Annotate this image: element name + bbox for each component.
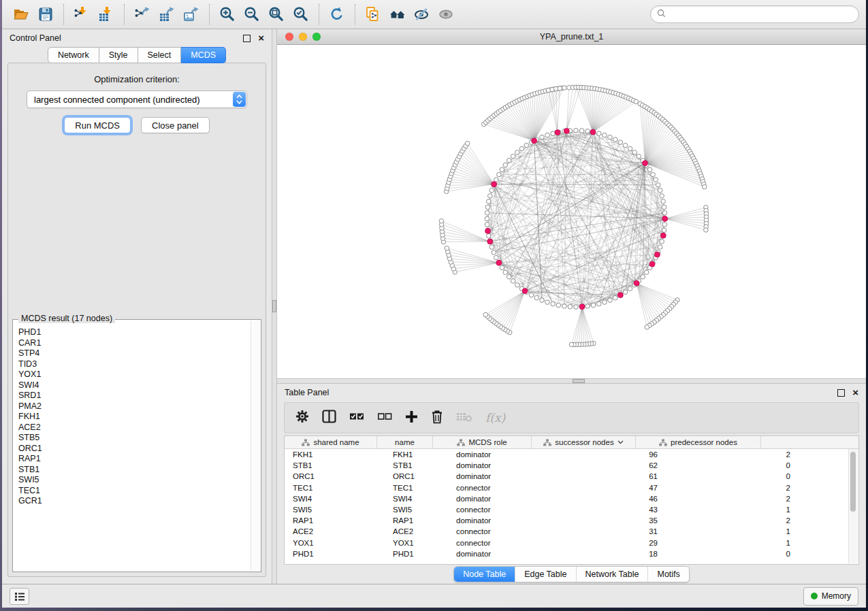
tab-style[interactable]: Style [99, 47, 138, 63]
table-row[interactable]: SWI5SWI5connector431 [285, 504, 858, 515]
window-minimize-button[interactable] [299, 33, 307, 41]
vertical-splitter[interactable] [272, 29, 277, 584]
control-panel: Control Panel × NetworkStyleSelectMCDS O… [2, 29, 272, 584]
mcds-result-item[interactable]: TEC1 [18, 486, 251, 497]
table-toolbar-plus-button[interactable] [405, 410, 418, 426]
table-row[interactable]: SWI4SWI4dominator462 [285, 493, 858, 504]
toolbar-floppy-save-button[interactable] [33, 3, 58, 26]
toolbar-export-table-button[interactable] [155, 3, 179, 26]
run-mcds-button[interactable]: Run MCDS [64, 117, 131, 133]
toolbar-export-network-button[interactable] [130, 3, 155, 26]
table-toolbar-checkboxes-checked-button[interactable] [349, 412, 364, 424]
tab-motifs[interactable]: Motifs [647, 567, 688, 582]
column-header-successor-nodes[interactable]: successor nodes [532, 436, 636, 448]
mcds-tab-content: Optimization criterion: largest connecte… [7, 63, 266, 577]
table-toolbar-column-split-button[interactable] [322, 410, 336, 426]
window-zoom-button[interactable] [312, 33, 321, 41]
mcds-result-item[interactable]: SRD1 [18, 391, 251, 401]
tab-edge-table[interactable]: Edge Table [515, 567, 575, 582]
cell-name: SWI5 [385, 506, 448, 514]
column-header-predecessor-nodes[interactable]: predecessor nodes [636, 436, 761, 448]
toolbar-zoom-selected-button[interactable] [289, 3, 313, 26]
mcds-result-item[interactable]: STP4 [18, 348, 251, 359]
toolbar-zoom-fit-button[interactable] [264, 3, 289, 26]
table-row[interactable]: YOX1YOX1connector291 [285, 538, 858, 548]
toolbar-refresh-layout-button[interactable] [325, 3, 349, 26]
task-history-button[interactable] [10, 588, 29, 605]
mcds-result-box: MCDS result (17 nodes) PHD1CAR1STP4TID3Y… [12, 319, 261, 572]
toolbar-import-network-button[interactable] [69, 3, 94, 26]
toolbar-double-house-button[interactable] [385, 3, 410, 26]
close-panel-icon[interactable]: × [258, 35, 264, 42]
toolbar-export-image-button[interactable] [179, 3, 204, 26]
tab-mcds[interactable]: MCDS [181, 47, 226, 63]
mcds-result-item[interactable]: SWI5 [18, 475, 251, 486]
mcds-result-list: PHD1CAR1STP4TID3YOX1SWI4SRD1PMA2FKH1ACE2… [14, 323, 251, 571]
column-label: MCDS role [468, 438, 507, 446]
float-panel-icon[interactable] [243, 35, 251, 42]
toolbar-zoom-in-button[interactable] [215, 3, 240, 26]
optimization-criterion-select[interactable]: largest connected component (undirected) [27, 90, 247, 108]
mcds-result-item[interactable]: STB5 [18, 433, 251, 444]
column-header-MCDS-role[interactable]: MCDS role [433, 436, 532, 448]
tab-network-table[interactable]: Network Table [576, 567, 648, 582]
network-canvas[interactable] [277, 45, 866, 378]
toolbar-copy-network-button[interactable] [361, 3, 385, 26]
mcds-result-item[interactable]: STB1 [18, 465, 251, 476]
table-toolbar-checkboxes-unchecked-button[interactable] [377, 412, 392, 424]
table-row[interactable]: ORC1ORC1dominator610 [285, 471, 858, 482]
table-toolbar-trash-button[interactable] [431, 410, 443, 427]
network-graph[interactable] [277, 45, 866, 378]
mcds-result-title: MCDS result (17 nodes) [18, 314, 115, 323]
mcds-result-item[interactable]: YOX1 [18, 369, 251, 380]
table-toolbar-gear-button[interactable] [295, 410, 309, 426]
mcds-result-item[interactable]: ACE2 [18, 423, 251, 433]
splitter-grip[interactable] [272, 300, 276, 312]
mcds-result-item[interactable]: CAR1 [18, 338, 251, 349]
trash-icon [431, 410, 443, 427]
splitter-grip[interactable] [573, 379, 585, 383]
mcds-result-item[interactable]: PHD1 [18, 327, 251, 338]
tab-network[interactable]: Network [48, 47, 99, 63]
toolbar-eye-slash-button[interactable] [410, 3, 434, 26]
memory-status-dot [811, 593, 818, 599]
mcds-result-item[interactable]: RAP1 [18, 454, 251, 465]
mcds-result-item[interactable]: TID3 [18, 359, 251, 370]
column-header-shared-name[interactable]: shared name [285, 436, 377, 448]
table-row[interactable]: TEC1TEC1connector472 [285, 482, 858, 493]
table-row[interactable]: FKH1FKH1dominator962 [285, 449, 858, 460]
table-scrollbar[interactable] [848, 449, 858, 563]
memory-button[interactable]: Memory [803, 587, 858, 606]
mcds-result-item[interactable]: GCR1 [18, 496, 251, 507]
column-header-name[interactable]: name [377, 436, 433, 448]
mcds-result-item[interactable]: FKH1 [18, 412, 251, 423]
search-icon [657, 8, 666, 20]
close-panel-button[interactable]: Close panel [141, 117, 210, 133]
mcds-result-item[interactable]: ORC1 [18, 444, 251, 455]
table-row[interactable]: STB1STB1dominator620 [285, 460, 858, 471]
window-close-button[interactable] [285, 33, 293, 41]
tab-node-table[interactable]: Node Table [454, 567, 515, 582]
close-panel-icon[interactable]: × [852, 389, 858, 396]
table-row[interactable]: ACE2ACE2connector311 [285, 526, 858, 537]
tab-select[interactable]: Select [138, 47, 182, 63]
table-row[interactable]: PHD1PHD1dominator180 [285, 548, 858, 559]
mcds-result-item[interactable]: PMA2 [18, 401, 251, 412]
toolbar-folder-open-button[interactable] [9, 3, 33, 26]
horizontal-splitter[interactable] [277, 378, 866, 384]
float-panel-icon[interactable] [837, 389, 845, 397]
table-row[interactable]: RAP1RAP1dominator352 [285, 515, 858, 526]
eye-slash-icon [414, 6, 430, 22]
table-scrollbar-thumb[interactable] [850, 452, 856, 512]
toolbar-import-table-button[interactable] [94, 3, 118, 26]
table-body: FKH1FKH1dominator962STB1STB1dominator620… [285, 449, 858, 559]
cell-predecessor-nodes: 1 [666, 506, 799, 514]
toolbar-zoom-out-button[interactable] [240, 3, 264, 26]
cell-successor-nodes: 47 [554, 484, 666, 492]
mcds-result-item[interactable]: SWI4 [18, 380, 251, 391]
search-box[interactable] [650, 5, 859, 23]
cell-shared-name: STB1 [285, 461, 385, 469]
import-table-icon [98, 6, 114, 22]
mcds-result-scrollbar[interactable] [251, 320, 260, 571]
search-input[interactable] [670, 9, 852, 20]
